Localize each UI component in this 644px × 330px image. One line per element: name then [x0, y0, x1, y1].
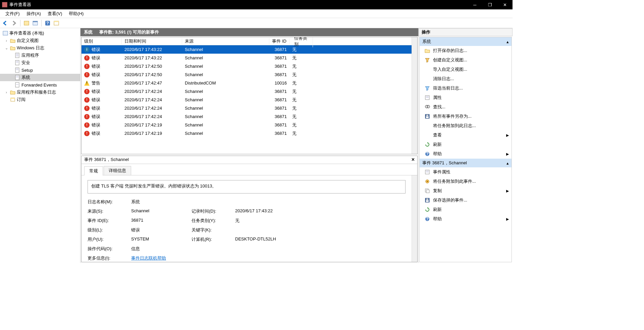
tree-setup[interactable]: Setup [0, 66, 80, 74]
detail-close-button[interactable]: × [412, 157, 415, 163]
col-task[interactable]: 任务类别 [289, 37, 313, 47]
action-item[interactable]: 事件属性 [420, 167, 512, 177]
action-item[interactable]: 清除日志... [420, 74, 512, 84]
table-header: 级别 日期和时间 来源 事件 ID 任务类别 [82, 37, 412, 45]
action-item[interactable]: 刷新 [420, 205, 512, 214]
detail-pane: 事件 36871，Schannel × 常规 详细信息 创建 TLS 客户端 凭… [81, 156, 418, 262]
maximize-button[interactable]: ❐ [482, 0, 497, 9]
cell-level: 警告 [92, 80, 100, 86]
panel-button[interactable] [52, 19, 60, 27]
cell-level: 错误 [92, 89, 100, 95]
action-label: 将任务附加到此事件... [433, 178, 476, 184]
col-source[interactable]: 来源 [182, 38, 269, 44]
action-item[interactable]: 创建自定义视图... [420, 55, 512, 65]
cell-task: 无 [289, 89, 313, 95]
none-icon [424, 123, 430, 128]
tab-details[interactable]: 详细信息 [104, 166, 131, 175]
tree-system[interactable]: 系统 [0, 74, 80, 81]
show-tree-button[interactable] [22, 19, 31, 27]
action-item[interactable]: 查看▶ [420, 130, 512, 140]
svg-rect-12 [15, 60, 19, 65]
action-item[interactable]: 复制▶ [420, 186, 512, 196]
label-logname: 日志名称(M): [88, 199, 131, 205]
action-item[interactable]: 打开保存的日志... [420, 46, 512, 55]
table-row[interactable]: !错误2020/6/17 17:42:19Schannel36871无 [82, 121, 412, 129]
svg-rect-8 [15, 53, 19, 58]
table-row[interactable]: !错误2020/6/17 17:42:24Schannel36871无 [82, 96, 412, 104]
collapse-icon[interactable]: ⌄ [4, 46, 9, 50]
tree-subscriptions[interactable]: 订阅 [0, 96, 80, 103]
actions-section-system[interactable]: 系统 ▴ [420, 37, 512, 46]
cell-date: 2020/6/17 17:42:24 [122, 114, 182, 119]
svg-rect-32 [426, 115, 428, 116]
action-item[interactable]: 将任务附加到此事件... [420, 177, 512, 186]
action-item[interactable]: ?帮助▶ [420, 214, 512, 224]
svg-text:?: ? [426, 217, 429, 221]
tree-windows-logs[interactable]: ⌄ Windows 日志 [0, 44, 80, 52]
table-row[interactable]: !错误2020/6/17 17:42:24Schannel36871无 [82, 104, 412, 112]
action-label: 属性 [433, 95, 442, 101]
console-button[interactable] [31, 19, 39, 27]
menu-view[interactable]: 查看(V) [44, 10, 65, 17]
detail-content: 创建 TLS 客户端 凭据时发生严重错误。内部错误状态为 10013。 日志名称… [82, 175, 412, 262]
expand-icon[interactable]: › [4, 39, 9, 43]
tree-application[interactable]: 应用程序 [0, 52, 80, 59]
cell-level: 错误 [92, 97, 100, 103]
svg-rect-43 [426, 200, 429, 202]
table-row[interactable]: !错误2020/6/17 17:42:50Schannel36871无 [82, 70, 412, 79]
tree-pane: 事件查看器 (本地) › 自定义视图 ⌄ Windows 日志 应用程序 安全 [0, 28, 80, 263]
tab-general[interactable]: 常规 [84, 166, 103, 175]
col-date[interactable]: 日期和时间 [122, 38, 182, 44]
event-description: 创建 TLS 客户端 凭据时发生严重错误。内部错误状态为 10013。 [88, 180, 406, 194]
back-button[interactable] [1, 19, 9, 27]
section-label: 系统 [422, 39, 431, 45]
event-count-header: 事件数: 3,591 (!) 可用的新事件 [99, 29, 159, 35]
tree-security[interactable]: 安全 [0, 59, 80, 66]
expand-icon[interactable]: › [4, 90, 9, 94]
forward-button[interactable] [10, 19, 18, 27]
tree-custom-views[interactable]: › 自定义视图 [0, 37, 80, 44]
cell-event-id: 36871 [269, 106, 289, 111]
menu-action[interactable]: 操作(A) [23, 10, 44, 17]
tree-root[interactable]: 事件查看器 (本地) [0, 30, 80, 37]
action-item[interactable]: 刷新 [420, 140, 512, 149]
menu-file[interactable]: 文件(F) [2, 10, 23, 17]
actions-section-event[interactable]: 事件 36871，Schannel ▴ [420, 159, 512, 167]
svg-rect-7 [3, 31, 8, 35]
table-row[interactable]: !错误2020/6/17 17:43:22Schannel36871无 [82, 54, 412, 62]
cell-source: Schannel [182, 106, 269, 111]
save-icon [424, 198, 430, 203]
table-row[interactable]: !错误2020/6/17 17:42:50Schannel36871无 [82, 62, 412, 70]
action-label: 帮助 [433, 151, 442, 157]
table-row[interactable]: !警告2020/6/17 17:42:47DistributedCOM10016… [82, 79, 412, 87]
minimize-button[interactable]: ─ [467, 0, 482, 9]
help-button[interactable]: ? [44, 19, 52, 27]
moreinfo-link[interactable]: 事件日志联机帮助 [131, 256, 166, 261]
subscription-icon [10, 97, 15, 102]
close-button[interactable]: ✕ [497, 0, 513, 9]
table-row[interactable]: !错误2020/6/17 17:42:24Schannel36871无 [82, 87, 412, 96]
action-item[interactable]: 将所有事件另存为... [420, 112, 512, 121]
value-logname: 系统 [131, 199, 192, 205]
actions-header: 操作 [419, 28, 513, 36]
table-row[interactable]: !错误2020/6/17 17:42:24Schannel36871无 [82, 112, 412, 121]
action-item[interactable]: 导入自定义视图... [420, 65, 512, 74]
detail-scrollbar[interactable] [412, 175, 417, 262]
action-item[interactable]: ?帮助▶ [420, 149, 512, 159]
action-item[interactable]: 将任务附加到此日志... [420, 121, 512, 130]
action-item[interactable]: 属性 [420, 93, 512, 102]
table-row[interactable]: !错误2020/6/17 17:42:19Schannel36871无 [82, 129, 412, 138]
table-row[interactable]: i错误2020/6/17 17:43:22Schannel36871无 [82, 45, 412, 54]
cell-source: Schannel [182, 131, 269, 136]
tree-app-services[interactable]: › 应用程序和服务日志 [0, 89, 80, 96]
menu-help[interactable]: 帮助(H) [65, 10, 87, 17]
action-item[interactable]: 筛选当前日志... [420, 84, 512, 93]
tree-forwarded[interactable]: Forwarded Events [0, 81, 80, 89]
col-level[interactable]: 级别 [82, 38, 122, 44]
cell-source: Schannel [182, 114, 269, 119]
action-item[interactable]: 查找... [420, 102, 512, 112]
col-event-id[interactable]: 事件 ID [269, 38, 289, 44]
action-item[interactable]: 保存选择的事件... [420, 196, 512, 205]
cell-date: 2020/6/17 17:42:50 [122, 72, 182, 77]
scrollbar[interactable] [412, 37, 417, 154]
